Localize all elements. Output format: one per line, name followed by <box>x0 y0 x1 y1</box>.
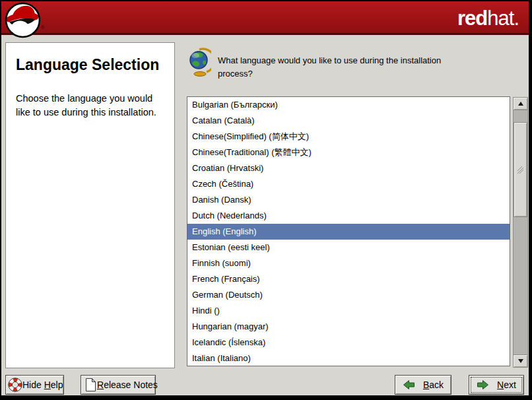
hide-help-label: Hide <box>22 380 44 390</box>
wordmark-red: red <box>457 7 487 30</box>
language-list-item[interactable]: Finnish (suomi) <box>187 255 510 271</box>
back-arrow-icon <box>403 380 415 390</box>
scrollbar-trough[interactable] <box>513 110 528 354</box>
scrollbar-grip-icon <box>517 166 524 174</box>
language-list-item[interactable]: Chinese(Simplified) (简体中文) <box>187 129 510 145</box>
language-list-item[interactable]: German (Deutsch) <box>187 287 510 303</box>
redhat-shadowman-logo-icon <box>4 1 42 39</box>
language-list-item[interactable]: Hindi () <box>187 303 510 319</box>
back-button[interactable]: Back <box>395 375 451 395</box>
next-button[interactable]: Next <box>469 375 524 395</box>
next-arrow-icon <box>477 380 489 390</box>
language-list-item[interactable]: Icelandic (Íslenska) <box>187 335 510 350</box>
title-banner: redhat. <box>1 1 529 35</box>
scrollbar-up-icon <box>518 102 523 106</box>
language-list-scrollbar <box>513 97 528 368</box>
language-list-item[interactable]: Danish (Dansk) <box>187 192 510 208</box>
installer-window: redhat. ® Language Selection Choose the … <box>0 0 532 400</box>
language-list: Bulgarian (Български)Catalan (Català)Chi… <box>187 96 510 366</box>
language-list-item[interactable]: Czech (Čeština) <box>187 176 510 192</box>
lifebuoy-icon <box>8 378 22 392</box>
wordmark-hat: hat. <box>487 7 519 30</box>
scrollbar-up-button[interactable] <box>513 97 528 110</box>
help-panel: Language Selection Choose the language y… <box>5 42 175 368</box>
hide-help-button[interactable]: Hide Help <box>5 375 64 395</box>
language-list-item[interactable]: Bulgarian (Български) <box>187 97 510 113</box>
help-text: Choose the language you would like to us… <box>16 92 166 119</box>
language-list-item[interactable]: Dutch (Nederlands) <box>187 208 510 224</box>
language-list-item[interactable]: Italian (Italiano) <box>187 350 510 366</box>
scrollbar-down-button[interactable] <box>513 354 528 368</box>
language-list-item[interactable]: Catalan (Català) <box>187 113 510 129</box>
scrollbar-down-icon <box>518 359 523 363</box>
language-list-item[interactable]: French (Français) <box>187 271 510 287</box>
language-list-item[interactable]: Chinese(Traditional) (繁體中文) <box>187 145 510 160</box>
language-list-item[interactable]: Hungarian (magyar) <box>187 319 510 335</box>
release-notes-button[interactable]: Release Notes <box>81 375 156 395</box>
document-icon <box>84 378 97 392</box>
scrollbar-thumb[interactable] <box>514 122 527 217</box>
language-list-item[interactable]: Croatian (Hrvatski) <box>187 160 510 176</box>
redhat-wordmark: redhat. <box>457 5 519 32</box>
question-text: What language would you like to use duri… <box>218 48 454 81</box>
language-list-item[interactable]: English (English) <box>187 224 510 240</box>
language-list-item[interactable]: Estonian (eesti keel) <box>187 240 510 255</box>
globe-icon <box>189 48 211 77</box>
page-title: Language Selection <box>16 56 166 74</box>
question-row: What language would you like to use duri… <box>189 48 454 81</box>
registered-trademark-mark: ® <box>41 25 44 30</box>
